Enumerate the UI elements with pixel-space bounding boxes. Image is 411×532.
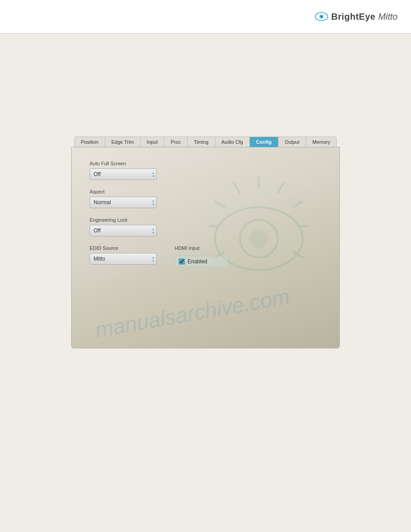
aspect-label: Aspect: [90, 189, 321, 194]
tab-position[interactable]: Position: [75, 137, 105, 147]
logo-eye-icon: [314, 12, 329, 21]
logo-product-text: Mitto: [378, 12, 398, 22]
tab-memory[interactable]: Memory: [306, 137, 337, 147]
main-content: PositionEdge TrimInputProcTimingAudio Cf…: [0, 34, 411, 532]
aspect-select-wrapper: NormalStretchLetterboxPillarbox: [90, 197, 157, 208]
engineering-lock-section: Engineering Lock OffOn: [90, 217, 321, 236]
tab-edge-trim[interactable]: Edge Trim: [105, 137, 141, 147]
tab-input[interactable]: Input: [141, 137, 164, 147]
edid-source-label: EDID Source: [90, 245, 157, 251]
logo-brand-text: BrightEye: [331, 12, 376, 22]
tab-timing[interactable]: Timing: [188, 137, 215, 147]
hdmi-enabled-checkbox[interactable]: [179, 258, 185, 265]
tab-config[interactable]: Config: [250, 137, 278, 147]
tab-bar: PositionEdge TrimInputProcTimingAudio Cf…: [74, 137, 337, 147]
hdmi-input-col: HDMI Input Enabled: [175, 245, 228, 267]
edid-hdmi-section: EDID Source MittoExternalDefault HDMI In…: [90, 245, 321, 267]
tab-audio-cfg[interactable]: Audio Cfg: [215, 137, 250, 147]
engineering-lock-select[interactable]: OffOn: [90, 225, 157, 236]
auto-full-screen-select-wrapper: OffOn: [90, 168, 157, 180]
aspect-section: Aspect NormalStretchLetterboxPillarbox: [90, 189, 321, 208]
tab-proc[interactable]: Proc: [164, 137, 188, 147]
hdmi-input-label: HDMI Input: [175, 245, 228, 251]
config-panel: manualsarchive.com Auto Full Screen OffO…: [71, 147, 340, 348]
svg-point-2: [320, 16, 322, 18]
watermark-text: manualsarchive.com: [94, 284, 292, 343]
header: BrightEye Mitto: [0, 0, 411, 34]
engineering-lock-select-wrapper: OffOn: [90, 225, 157, 236]
engineering-lock-label: Engineering Lock: [90, 217, 321, 223]
edid-source-select[interactable]: MittoExternalDefault: [90, 253, 157, 265]
auto-full-screen-select[interactable]: OffOn: [90, 168, 157, 180]
hdmi-enabled-wrapper: Enabled: [175, 256, 228, 267]
edid-source-select-wrapper: MittoExternalDefault: [90, 253, 157, 265]
auto-full-screen-section: Auto Full Screen OffOn: [90, 161, 321, 180]
hdmi-enabled-label: Enabled: [188, 258, 207, 265]
edid-source-col: EDID Source MittoExternalDefault: [90, 245, 157, 265]
tab-output[interactable]: Output: [278, 137, 306, 147]
aspect-select[interactable]: NormalStretchLetterboxPillarbox: [90, 197, 157, 208]
logo-area: BrightEye Mitto: [314, 12, 398, 22]
auto-full-screen-label: Auto Full Screen: [90, 161, 321, 166]
